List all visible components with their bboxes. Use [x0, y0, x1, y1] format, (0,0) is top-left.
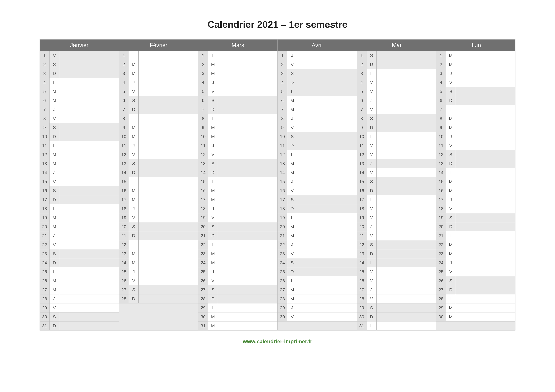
day-note — [59, 51, 119, 60]
day-note — [139, 276, 198, 285]
day-weekday: J — [208, 204, 218, 213]
day-row: 30S30M30V30D30M — [40, 313, 515, 321]
day-number: 21 — [436, 231, 446, 240]
day-note — [456, 240, 515, 249]
day-note — [59, 249, 119, 258]
day-weekday: J — [129, 78, 139, 87]
day-number: 23 — [198, 249, 208, 258]
day-number: 27 — [436, 285, 446, 294]
day-number: 18 — [357, 204, 366, 213]
day-number: 1 — [40, 51, 50, 60]
day-note — [59, 303, 119, 313]
day-weekday: J — [366, 159, 376, 168]
day-note — [218, 195, 278, 204]
day-note — [139, 78, 198, 87]
day-note — [139, 294, 198, 303]
day-number: 26 — [119, 276, 129, 285]
day-note — [297, 213, 357, 222]
day-number: 3 — [436, 69, 446, 78]
day-weekday: V — [50, 240, 59, 249]
day-note — [59, 222, 119, 231]
day-number: 12 — [278, 150, 287, 159]
day-weekday: J — [287, 240, 297, 249]
day-number: 16 — [40, 186, 50, 195]
day-note — [376, 213, 436, 222]
day-note — [218, 186, 278, 195]
day-note — [218, 267, 278, 276]
day-note — [456, 159, 515, 168]
day-number: 24 — [436, 258, 446, 267]
day-note — [59, 213, 119, 222]
day-note — [297, 159, 357, 168]
day-weekday: J — [446, 132, 456, 141]
day-note — [376, 186, 436, 195]
day-number: 9 — [40, 123, 50, 132]
day-weekday: M — [446, 303, 456, 313]
day-number: 16 — [436, 186, 446, 195]
day-weekday: V — [208, 150, 218, 159]
day-weekday: D — [287, 267, 297, 276]
day-weekday: D — [208, 105, 218, 114]
day-note — [59, 204, 119, 213]
day-number: 14 — [278, 168, 287, 177]
day-note — [297, 78, 357, 87]
day-number: 8 — [119, 114, 129, 123]
day-note — [218, 231, 278, 240]
day-weekday: J — [287, 303, 297, 313]
day-number: 24 — [119, 258, 129, 267]
day-note — [456, 303, 515, 313]
day-weekday: D — [208, 168, 218, 177]
day-number: 29 — [436, 303, 446, 313]
day-number: 19 — [278, 213, 287, 222]
day-note — [456, 294, 515, 303]
day-weekday: V — [446, 204, 456, 213]
day-note — [297, 249, 357, 258]
day-weekday: D — [446, 285, 456, 294]
day-number: 16 — [119, 186, 129, 195]
day-note — [456, 60, 515, 69]
day-weekday: S — [287, 69, 297, 78]
day-weekday: S — [366, 51, 376, 60]
day-weekday: V — [50, 114, 59, 123]
day-weekday: V — [366, 231, 376, 240]
day-weekday: L — [208, 303, 218, 313]
day-weekday: L — [50, 141, 59, 150]
day-number: 13 — [357, 159, 366, 168]
day-number: 5 — [278, 87, 287, 96]
day-number: 9 — [119, 123, 129, 132]
day-note — [456, 313, 515, 321]
day-number: 12 — [40, 150, 50, 159]
day-number: 8 — [40, 114, 50, 123]
day-weekday: M — [129, 60, 139, 69]
day-number: 25 — [198, 267, 208, 276]
day-note — [456, 276, 515, 285]
day-weekday: M — [50, 213, 59, 222]
day-number: 22 — [198, 240, 208, 249]
day-number: 21 — [278, 231, 287, 240]
day-weekday: V — [446, 141, 456, 150]
day-note — [297, 285, 357, 294]
day-weekday: L — [446, 168, 456, 177]
day-weekday: L — [129, 51, 139, 60]
day-note — [376, 60, 436, 69]
day-note — [59, 231, 119, 240]
day-number: 20 — [198, 222, 208, 231]
day-note — [376, 204, 436, 213]
day-weekday: L — [50, 267, 59, 276]
day-number: 24 — [357, 258, 366, 267]
day-note — [218, 168, 278, 177]
day-number: 27 — [40, 285, 50, 294]
day-note — [456, 177, 515, 186]
day-note — [139, 213, 198, 222]
day-note — [218, 87, 278, 96]
day-number: 13 — [40, 159, 50, 168]
day-number: 25 — [357, 267, 366, 276]
day-number: 5 — [40, 87, 50, 96]
day-note — [456, 285, 515, 294]
day-weekday: S — [129, 159, 139, 168]
day-note — [376, 168, 436, 177]
day-note — [297, 303, 357, 313]
day-number: 27 — [278, 285, 287, 294]
day-weekday: S — [50, 249, 59, 258]
day-weekday: V — [129, 87, 139, 96]
